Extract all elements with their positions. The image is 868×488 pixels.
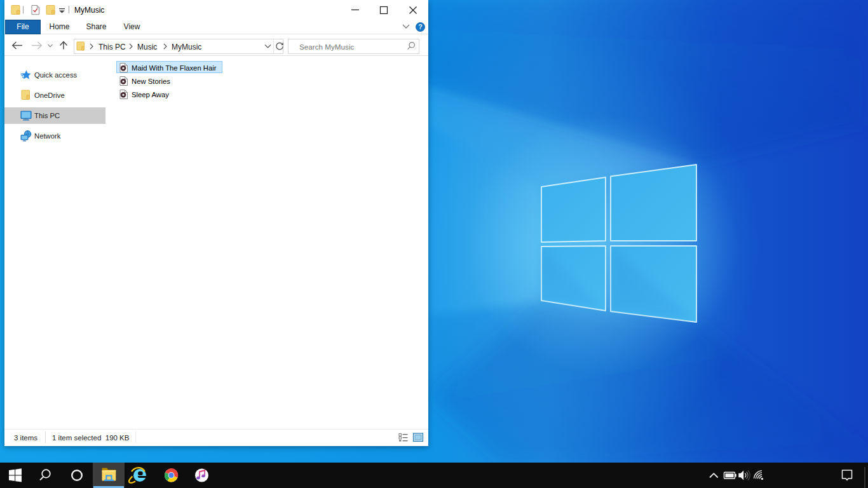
svg-text:?: ? [418, 23, 422, 30]
